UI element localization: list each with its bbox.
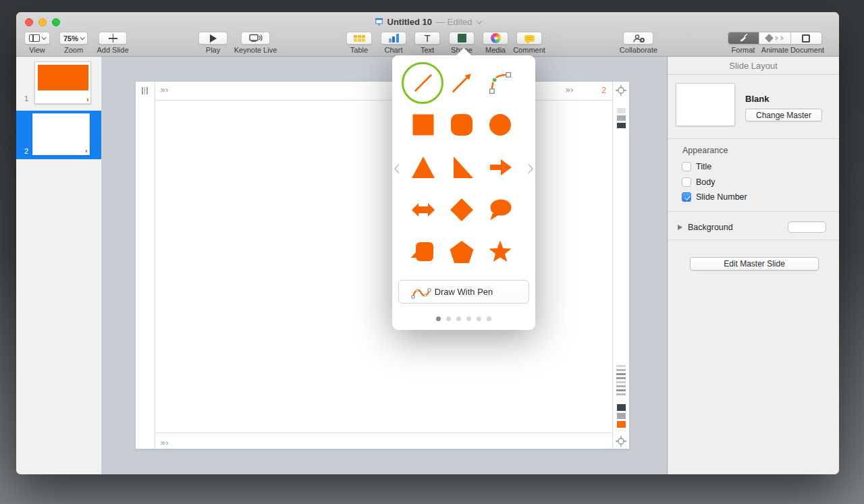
shape-triangle-item[interactable] [404, 146, 442, 189]
add-slide-label: Add Slide [93, 46, 132, 54]
zoom-value: 75% [63, 34, 78, 43]
animate-tab-label: Animate [759, 46, 790, 54]
shape-right-arrow-item[interactable] [481, 146, 519, 189]
slide-thumbnail-2[interactable] [32, 113, 90, 155]
shape-pentagon-item[interactable] [442, 231, 481, 274]
shape-circle-item[interactable] [481, 104, 519, 146]
minimize-button[interactable] [38, 18, 47, 26]
collaborate-label: Collaborate [618, 46, 659, 54]
slide-editor[interactable]: »› »› »› 2 [135, 81, 630, 449]
shape-arrow-line-item[interactable] [442, 62, 481, 104]
animate-icon [766, 35, 783, 41]
divider [155, 100, 612, 101]
keynote-live-button[interactable] [241, 32, 270, 45]
appearance-label: Appearance [682, 146, 728, 155]
edit-master-slide-button[interactable]: Edit Master Slide [690, 257, 819, 271]
shape-speech-bubble-item[interactable] [481, 189, 519, 231]
draw-with-pen-button[interactable]: Draw With Pen [398, 280, 529, 304]
text-line-stack [616, 365, 626, 395]
view-button[interactable] [24, 32, 50, 45]
body-checkbox[interactable] [682, 177, 691, 187]
drag-handle-icon[interactable] [142, 87, 148, 94]
collaborate-button[interactable] [623, 32, 653, 45]
media-button[interactable] [483, 32, 508, 45]
media-icon [491, 33, 501, 43]
shape-icon [458, 34, 466, 43]
shape-left-right-arrow-item[interactable] [404, 189, 442, 231]
alignment-crosshair-icon[interactable] [615, 84, 627, 96]
title-chevron-icon[interactable] [476, 18, 483, 24]
title-checkbox[interactable] [682, 162, 691, 171]
desktop-background: Untitled 10 — Edited View 75% Zoom Add S… [0, 0, 864, 504]
table-button[interactable] [346, 32, 372, 45]
edited-status: — Edited [436, 17, 472, 27]
comment-button[interactable] [516, 32, 542, 45]
shape-callout-item[interactable] [404, 231, 442, 274]
text-button[interactable]: T [414, 32, 440, 45]
tab-animate[interactable] [759, 32, 790, 44]
divider [668, 138, 839, 139]
body-checkbox-row[interactable]: Body [682, 177, 716, 187]
draw-with-pen-label: Draw With Pen [435, 287, 493, 297]
play-label: Play [198, 46, 227, 54]
collapse-marker[interactable]: »› [160, 84, 168, 95]
divider [668, 240, 839, 240]
zoom-button[interactable]: 75% [59, 32, 88, 45]
shape-button[interactable] [449, 32, 475, 45]
next-page-chevron-icon[interactable] [527, 163, 534, 174]
previous-page-chevron-icon[interactable] [394, 163, 400, 174]
slide-1-number: 1 [24, 94, 28, 103]
shape-curve-item[interactable] [481, 62, 519, 104]
document-icon [802, 34, 810, 43]
shape-star-item[interactable] [481, 231, 519, 274]
shape-line-item[interactable] [404, 62, 442, 104]
canvas-slide-number: 2 [601, 85, 606, 95]
view-label: View [24, 46, 50, 54]
collapse-marker[interactable]: »› [565, 84, 573, 95]
pagination-dot[interactable] [446, 316, 451, 321]
shape-rounded-square-item[interactable] [442, 104, 481, 146]
shape-square-item[interactable] [404, 104, 442, 146]
divider [612, 82, 613, 449]
pen-squiggle-icon [410, 285, 435, 301]
play-button[interactable] [198, 32, 227, 45]
pagination-dot[interactable] [477, 316, 481, 321]
zoom-label: Zoom [59, 46, 88, 54]
close-button[interactable] [25, 18, 33, 26]
pagination-dot[interactable] [487, 316, 491, 321]
slide-number-checkbox-row[interactable]: Slide Number [682, 192, 747, 202]
add-slide-button[interactable] [99, 32, 127, 45]
master-slide-thumbnail[interactable] [676, 83, 735, 126]
change-master-button[interactable]: Change Master [745, 109, 822, 121]
title-checkbox-row[interactable]: Title [682, 162, 711, 171]
chevron-down-icon [80, 35, 85, 40]
divider [155, 432, 612, 433]
zoom-window-button[interactable] [52, 18, 60, 26]
format-inspector: Slide Layout Blank Change Master Appeara… [667, 57, 839, 474]
background-row[interactable]: Background [678, 223, 733, 232]
shape-diamond-item[interactable] [442, 189, 481, 231]
tab-document[interactable] [791, 32, 821, 44]
window-title: Untitled 10 — Edited [375, 17, 481, 27]
shape-right-triangle-item[interactable] [442, 146, 481, 189]
slide-navigator: 1 2 [16, 57, 101, 474]
slide-canvas-area: »› »› »› 2 [101, 57, 667, 474]
collapse-marker[interactable]: »› [160, 437, 168, 448]
disclosure-triangle-icon[interactable] [678, 225, 682, 230]
pagination-dot[interactable] [466, 316, 471, 321]
slide-number-checkbox[interactable] [682, 192, 691, 202]
chart-button[interactable] [381, 32, 406, 45]
text-icon: T [424, 33, 430, 43]
play-icon [210, 34, 217, 43]
background-color-well[interactable] [788, 221, 826, 233]
shape-grid [404, 62, 519, 274]
tab-format[interactable] [728, 32, 759, 44]
alignment-crosshair-icon[interactable] [615, 435, 627, 447]
pagination-dot[interactable] [436, 316, 441, 321]
slide-thumbnail-1[interactable] [34, 61, 91, 104]
background-label: Background [688, 223, 733, 232]
pagination-dots [392, 316, 535, 321]
comment-icon [524, 35, 535, 42]
color-swatch-stack [617, 108, 626, 128]
pagination-dot[interactable] [456, 316, 461, 321]
